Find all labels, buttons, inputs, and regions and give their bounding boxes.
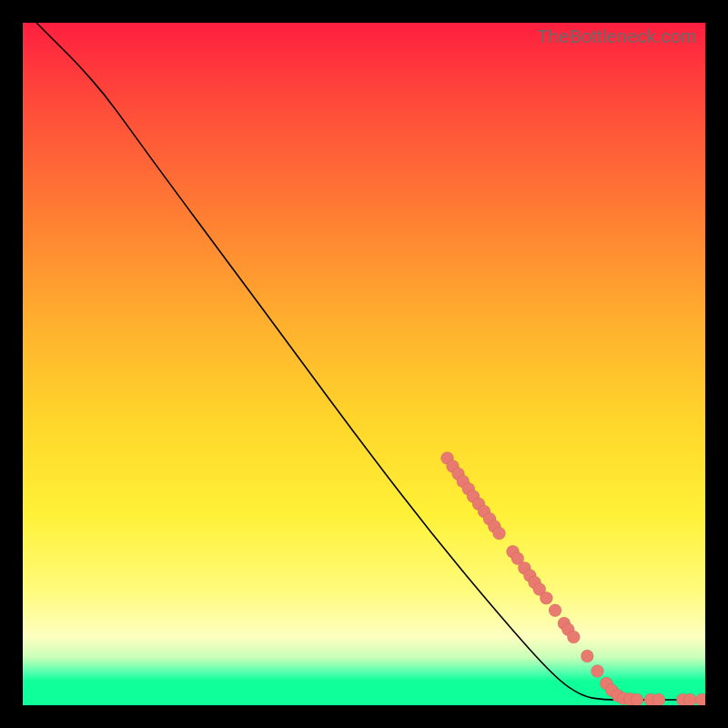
data-point (631, 693, 643, 705)
data-point (567, 631, 580, 643)
data-point (549, 604, 561, 617)
data-markers (441, 452, 706, 706)
data-point (592, 665, 604, 678)
data-point (581, 650, 593, 662)
chart-overlay (23, 23, 705, 705)
data-point (652, 693, 665, 705)
bottleneck-curve (36, 23, 705, 700)
data-point (493, 527, 506, 540)
data-point (684, 693, 697, 705)
plot-area: TheBottleneck.com (23, 23, 705, 705)
data-point (695, 693, 705, 705)
data-point (540, 592, 552, 604)
chart-frame: TheBottleneck.com (0, 0, 728, 728)
